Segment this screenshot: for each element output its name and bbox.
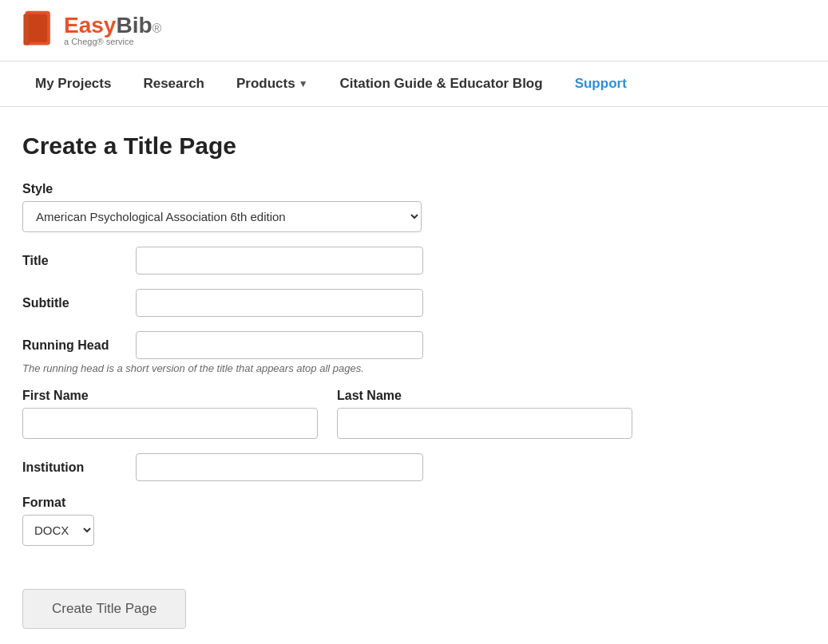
main-content: Create a Title Page Style American Psych…: [0, 107, 828, 644]
submit-wrapper: Create Title Page: [22, 576, 533, 629]
logo-easy: Easy: [64, 13, 116, 38]
running-head-input[interactable]: [136, 331, 423, 359]
chevron-down-icon: ▼: [299, 78, 308, 89]
nav-item-my-projects[interactable]: My Projects: [19, 61, 127, 106]
subtitle-label: Subtitle: [22, 296, 126, 310]
page-title: Create a Title Page: [22, 132, 806, 160]
format-select[interactable]: DOCX PDF: [22, 515, 94, 546]
logo-icon: [19, 10, 57, 51]
institution-field-group: Institution: [22, 453, 533, 481]
running-head-hint: The running head is a short version of t…: [22, 362, 533, 374]
title-field-group: Title: [22, 247, 533, 275]
nav-item-products[interactable]: Products ▼: [220, 61, 324, 106]
logo-trademark: ®: [153, 22, 162, 35]
nav-item-support[interactable]: Support: [559, 61, 643, 106]
running-head-group: Running Head The running head is a short…: [22, 331, 533, 374]
first-name-input[interactable]: [22, 408, 318, 439]
last-name-field: Last Name: [337, 389, 632, 439]
style-label: Style: [22, 182, 533, 196]
title-input[interactable]: [136, 247, 423, 275]
style-section: Style American Psychological Association…: [22, 182, 533, 232]
nav-label-research: Research: [143, 76, 204, 92]
institution-input[interactable]: [136, 453, 423, 481]
nav-label-citation-guide: Citation Guide & Educator Blog: [340, 76, 543, 92]
format-section: Format DOCX PDF: [22, 496, 533, 546]
name-fields: First Name Last Name: [22, 389, 533, 439]
last-name-input[interactable]: [337, 408, 632, 439]
logo-text: EasyBib® a Chegg® service: [64, 14, 161, 46]
svg-rect-4: [25, 14, 28, 45]
logo-tagline: a Chegg® service: [64, 37, 161, 46]
nav-label-my-projects: My Projects: [35, 76, 111, 92]
nav-list: My Projects Research Products ▼ Citation…: [19, 61, 809, 106]
header: EasyBib® a Chegg® service: [0, 0, 828, 61]
running-head-label: Running Head: [22, 338, 126, 353]
nav-label-support: Support: [575, 76, 627, 92]
nav-item-research[interactable]: Research: [127, 61, 220, 106]
format-label: Format: [22, 496, 533, 510]
subtitle-field-group: Subtitle: [22, 289, 533, 317]
style-select[interactable]: American Psychological Association 6th e…: [22, 201, 422, 232]
last-name-label: Last Name: [337, 389, 632, 403]
institution-label: Institution: [22, 460, 126, 475]
logo-link[interactable]: EasyBib® a Chegg® service: [19, 10, 161, 51]
logo-bib: Bib: [116, 13, 152, 38]
subtitle-input[interactable]: [136, 289, 423, 317]
running-head-row: Running Head: [22, 331, 533, 359]
create-title-page-button[interactable]: Create Title Page: [22, 589, 186, 629]
nav-bar: My Projects Research Products ▼ Citation…: [0, 61, 828, 107]
create-title-page-form: Style American Psychological Association…: [22, 182, 533, 629]
title-label: Title: [22, 254, 126, 268]
first-name-field: First Name: [22, 389, 318, 439]
svg-rect-1: [28, 14, 47, 42]
nav-item-citation-guide[interactable]: Citation Guide & Educator Blog: [324, 61, 559, 106]
first-name-label: First Name: [22, 389, 318, 403]
nav-label-products: Products: [236, 76, 295, 92]
